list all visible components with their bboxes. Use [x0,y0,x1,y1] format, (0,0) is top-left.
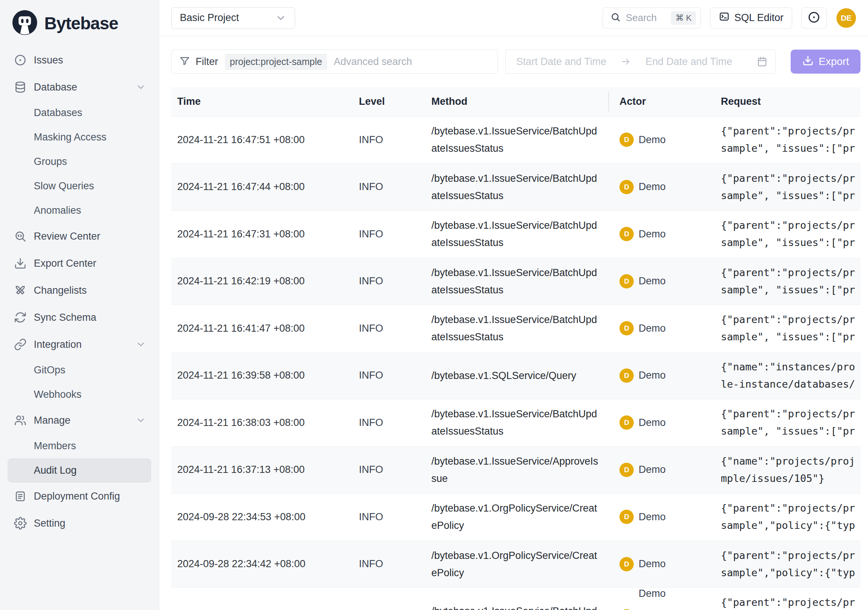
sidebar-item-groups[interactable]: Groups [8,149,151,174]
sidebar-item-deployment-config[interactable]: Deployment Config [8,483,151,510]
filter-label: Filter [195,56,218,68]
cell-method: /bytebase.v1.IssueService/BatchUpdateIss… [425,164,609,211]
cell-time: 2024-11-21 16:47:31 +08:00 [171,211,353,258]
cell-actor: D Demo [609,258,715,305]
cell-level: INFO [353,164,425,211]
cell-request: {"parent":"projects/prsample", "issues":… [715,211,860,258]
sidebar-nav: IssuesDatabaseDatabasesMasking AccessGro… [0,47,159,537]
sidebar-item-changelists[interactable]: Changelists [8,277,151,304]
actor-avatar: D [620,416,634,430]
cell-request: {"parent":"projects/prsample", "issues":… [715,164,860,211]
chevron-down-icon [136,415,146,425]
funnel-icon [179,55,190,68]
search-input[interactable] [625,12,668,24]
table-row[interactable]: 2024-11-21 16:47:31 +08:00 INFO /bytebas… [171,210,860,258]
date-range-picker[interactable]: Start Date and Time End Date and Time [505,50,776,74]
advanced-search-input[interactable] [333,56,490,68]
project-selector-value: Basic Project [180,12,239,24]
actor-name: Demo [639,275,666,287]
cell-time: 2024-11-21 16:47:51 +08:00 [171,116,353,163]
sidebar-item-label: Review Center [34,231,100,242]
table-row[interactable]: 2024-11-21 16:39:58 +08:00 INFO /bytebas… [171,352,860,399]
export-button[interactable]: Export [790,50,860,74]
sidebar-item-manage[interactable]: Manage [8,407,151,434]
cell-time: 2024-09-28 22:34:53 +08:00 [171,494,353,540]
cell-actor: D Demo [609,164,715,211]
sidebar-item-webhooks[interactable]: Webhooks [8,382,151,407]
export-center-icon [14,256,27,270]
table-row[interactable]: 2024-11-21 16:38:03 +08:00 INFO /bytebas… [171,399,860,446]
actor-avatar: D [620,180,634,194]
actor-avatar: D [620,368,634,383]
actor-avatar: D [620,133,634,147]
cell-level: INFO [353,352,425,399]
start-date-placeholder: Start Date and Time [516,56,606,68]
sidebar-item-audit-log[interactable]: Audit Log [8,458,151,483]
cell-level: INFO [353,494,425,540]
cell-request: {"parent":"projects/prsample", "issues":… [715,399,860,446]
user-avatar[interactable]: DE [837,8,856,28]
calendar-icon [756,56,768,67]
review-center-icon [14,230,27,243]
sidebar-item-integration[interactable]: Integration [8,331,151,358]
cell-actor: D Demo [609,305,715,352]
cell-time [171,588,353,610]
cell-request: {"parent":"projects/prsample", "issues":… [715,305,860,352]
actor-avatar: D [620,510,634,524]
integration-icon [14,338,27,351]
cell-level: INFO [353,258,425,305]
sidebar-item-label: Export Center [34,258,96,269]
cell-actor: D Demo [609,447,715,494]
terminal-icon [719,11,730,25]
sidebar-item-database[interactable]: Database [8,74,151,101]
sidebar-item-anomalies[interactable]: Anomalies [8,198,151,223]
sidebar-item-setting[interactable]: Setting [8,510,151,537]
search-icon [611,12,621,24]
sql-editor-button[interactable]: SQL Editor [710,8,792,28]
my-issues-button[interactable] [801,8,827,28]
sidebar-item-issues[interactable]: Issues [8,47,151,74]
topbar: Basic Project ⌘ K SQL Editor [159,0,868,36]
deployment-config-icon [14,489,27,503]
filter-input[interactable]: Filter project:project-sample [171,50,498,74]
global-search[interactable]: ⌘ K [603,8,701,28]
actor-avatar: D [620,274,634,289]
sidebar-item-label: Changelists [34,285,87,296]
manage-icon [14,414,27,427]
actor-name: Demo [639,369,666,381]
cell-time: 2024-11-21 16:42:19 +08:00 [171,258,353,305]
sidebar-item-review-center[interactable]: Review Center [8,223,151,250]
circle-dot-icon [808,11,820,25]
table-row[interactable]: 2024-11-21 16:37:13 +08:00 INFO /bytebas… [171,446,860,494]
table-row[interactable]: 2024-11-21 16:41:47 +08:00 INFO /bytebas… [171,305,860,352]
sidebar-item-export-center[interactable]: Export Center [8,250,151,277]
project-selector[interactable]: Basic Project [171,7,295,29]
table-row[interactable]: 2024-09-28 22:34:53 +08:00 INFO /bytebas… [171,493,860,540]
sidebar-item-label: Audit Log [34,465,77,476]
table-row[interactable]: 2024-11-21 16:47:51 +08:00 INFO /bytebas… [171,116,860,163]
table-row[interactable]: 2024-09-28 22:34:42 +08:00 INFO /bytebas… [171,540,860,588]
table-row[interactable]: 2024-11-21 16:47:44 +08:00 INFO /bytebas… [171,163,860,211]
sync-schema-icon [14,310,27,324]
actor-name: Demo [639,558,666,570]
cell-level: INFO [353,541,425,588]
logo-wordmark: Bytebase [44,13,118,33]
bytebase-logo[interactable]: Bytebase [0,0,159,47]
sidebar-item-gitops[interactable]: GitOps [8,358,151,382]
cell-method: /bytebase.v1.IssueService/BatchUpdateIss… [425,399,609,446]
database-icon [14,81,27,94]
sidebar-item-slow-queries[interactable]: Slow Queries [8,174,151,198]
column-header-request: Request [715,87,860,116]
cell-method: /bytebase.v1.IssueService/BatchUpdateIss… [425,258,609,305]
sidebar-item-members[interactable]: Members [8,434,151,458]
setting-icon [14,517,27,530]
sidebar-item-label: Databases [34,107,82,119]
table-row[interactable]: /bytebase.v1.IssueService/BatchUpd D Dem… [171,587,860,610]
table-row[interactable]: 2024-11-21 16:42:19 +08:00 INFO /bytebas… [171,258,860,305]
sidebar-item-sync-schema[interactable]: Sync Schema [8,304,151,331]
sidebar-item-databases[interactable]: Databases [8,101,151,125]
sidebar-item-masking-access[interactable]: Masking Access [8,125,151,149]
filter-scope-chip[interactable]: project:project-sample [225,54,327,70]
sidebar-item-label: Sync Schema [34,312,96,323]
cell-request: {"name":"projects/projmple/issues/105"} [715,447,860,494]
